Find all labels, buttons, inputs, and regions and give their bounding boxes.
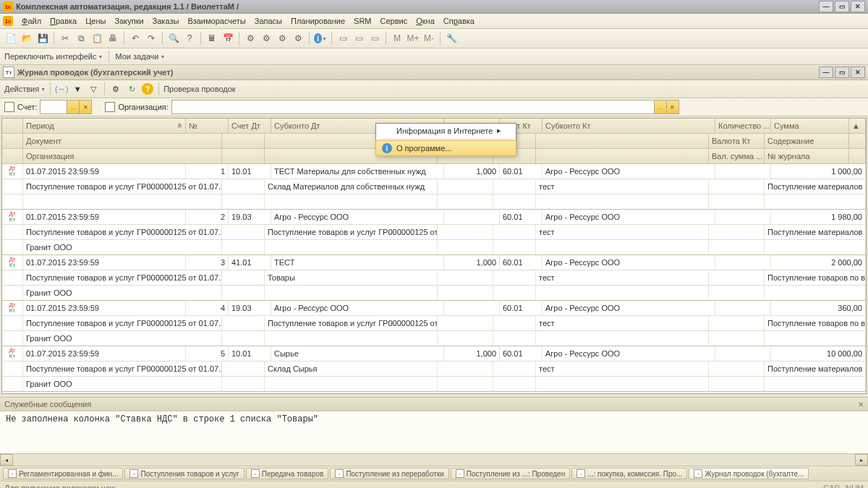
table-row[interactable]: Поступление товаров и услуг ГР000000125 … bbox=[2, 361, 866, 377]
save-icon[interactable]: 💾 bbox=[36, 32, 49, 45]
m-icon[interactable]: M bbox=[391, 32, 404, 45]
col-scroll[interactable]: ▲ bbox=[849, 119, 866, 133]
popup-internet-info[interactable]: Информация в Интернете▸ bbox=[376, 124, 516, 137]
table-row[interactable]: Гранит ООО bbox=[2, 286, 866, 301]
tool-icon[interactable]: ⚙ bbox=[292, 32, 305, 45]
table-row[interactable]: Гранит ООО bbox=[2, 240, 866, 255]
table-row[interactable]: ДтКт 01.07.2015 23:59:59 3 41.01 ТЕСТ 1,… bbox=[2, 255, 866, 270]
tool-icon[interactable]: ⚙ bbox=[276, 32, 289, 45]
service-messages-close[interactable]: ✕ bbox=[858, 401, 864, 408]
close-button[interactable]: ✕ bbox=[851, 1, 865, 12]
calendar-icon[interactable]: 📅 bbox=[221, 32, 234, 45]
window-tab[interactable]: ▫Передача товаров bbox=[246, 468, 329, 479]
m-plus-icon[interactable]: M+ bbox=[407, 32, 420, 45]
col-org[interactable]: Организация bbox=[23, 149, 222, 163]
org-checkbox[interactable] bbox=[105, 102, 115, 112]
doc-restore-button[interactable]: ▭ bbox=[835, 67, 849, 78]
col-dt[interactable]: Счет Дт bbox=[229, 119, 271, 133]
copy-icon[interactable]: ⧉ bbox=[75, 32, 88, 45]
menu-windows[interactable]: Окна bbox=[412, 15, 439, 27]
find-icon[interactable]: 🔍 bbox=[167, 32, 180, 45]
menu-orders[interactable]: Заказы bbox=[148, 15, 184, 27]
col-journal[interactable]: № журнала bbox=[765, 149, 849, 163]
window-tab[interactable]: ▫Регламентированная и фин... bbox=[3, 468, 123, 479]
settings-icon[interactable]: ⚙ bbox=[109, 82, 122, 95]
m-minus-icon[interactable]: M- bbox=[422, 32, 435, 45]
table-row[interactable]: ДтКт 01.07.2015 23:59:59 1 10.01 ТЕСТ Ма… bbox=[2, 164, 866, 179]
table-row[interactable]: Гранит ООО bbox=[2, 377, 866, 392]
col-qtykt[interactable]: Количество ... bbox=[715, 119, 771, 133]
window-icon[interactable]: ▭ bbox=[368, 32, 381, 45]
col-doc[interactable]: Документ bbox=[23, 134, 222, 148]
window-icon[interactable]: ▭ bbox=[336, 32, 349, 45]
grid-body[interactable]: ДтКт 01.07.2015 23:59:59 1 10.01 ТЕСТ Ма… bbox=[2, 164, 866, 394]
col-marker[interactable] bbox=[2, 119, 23, 133]
menu-prices[interactable]: Цены bbox=[81, 15, 110, 27]
table-row[interactable]: ДтКт 01.07.2015 23:59:59 4 19.03 Агро - … bbox=[2, 301, 866, 316]
scroll-right-button[interactable]: ▸ bbox=[855, 454, 868, 466]
menu-planning[interactable]: Планирование bbox=[286, 15, 349, 27]
col-num[interactable]: № bbox=[186, 119, 229, 133]
col-valsum[interactable]: Вал. сумма ... bbox=[709, 149, 765, 163]
window-tab[interactable]: ▫Поступление из переработки bbox=[330, 468, 448, 479]
scroll-left-button[interactable]: ◂ bbox=[0, 454, 13, 466]
minimize-button[interactable]: — bbox=[819, 1, 833, 12]
menu-srm[interactable]: SRM bbox=[349, 15, 375, 27]
account-combo[interactable]: …✕ bbox=[40, 100, 92, 114]
col-subkt[interactable]: Субконто Кт bbox=[542, 119, 715, 133]
window-tab[interactable]: ▫Журнал проводок (бухгалте... bbox=[689, 468, 809, 479]
nav-icon[interactable]: (↔) bbox=[55, 82, 68, 95]
tool-icon[interactable]: ⚙ bbox=[244, 32, 257, 45]
menu-purchases[interactable]: Закупки bbox=[110, 15, 148, 27]
info-dropdown-icon[interactable]: i▼ bbox=[314, 32, 327, 45]
paste-icon[interactable]: 📋 bbox=[90, 32, 103, 45]
menu-file[interactable]: Файл bbox=[17, 15, 46, 27]
menu-settlements[interactable]: Взаиморасчеты bbox=[183, 15, 250, 27]
check-entries-button[interactable]: Проверка проводок bbox=[163, 85, 235, 93]
filter-off-icon[interactable]: ▽ bbox=[87, 82, 100, 95]
window-tab[interactable]: ▫Поступления товаров и услуг bbox=[124, 468, 244, 479]
switch-interface-button[interactable]: Переключить интерфейс▼ bbox=[4, 52, 103, 61]
table-row[interactable]: ДтКт 01.07.2015 23:59:59 5 10.01 Сырье 1… bbox=[2, 346, 866, 361]
new-icon[interactable]: 📄 bbox=[4, 32, 17, 45]
menu-help[interactable]: Справка bbox=[439, 15, 479, 27]
undo-icon[interactable]: ↶ bbox=[129, 32, 142, 45]
col-valkt[interactable]: Валюта Кт bbox=[709, 134, 765, 148]
horizontal-scrollbar[interactable]: ◂ ▸ bbox=[0, 453, 868, 466]
menu-edit[interactable]: Правка bbox=[46, 15, 81, 27]
doc-minimize-button[interactable]: — bbox=[819, 67, 833, 78]
popup-about[interactable]: iО программе... bbox=[375, 140, 516, 156]
cut-icon[interactable]: ✂ bbox=[59, 32, 72, 45]
table-row[interactable]: Поступление товаров и услуг ГР000000125 … bbox=[2, 179, 866, 194]
redo-icon[interactable]: ↷ bbox=[145, 32, 158, 45]
filter-icon[interactable]: ▼ bbox=[71, 82, 84, 95]
account-checkbox[interactable] bbox=[4, 102, 14, 112]
tool-icon[interactable]: ⚙ bbox=[260, 32, 273, 45]
col-sum[interactable]: Сумма bbox=[771, 119, 849, 133]
actions-button[interactable]: Действия▼ bbox=[4, 85, 46, 93]
help-icon[interactable]: ? bbox=[141, 82, 154, 95]
help-icon[interactable]: ? bbox=[183, 32, 196, 45]
table-row[interactable]: ДтКт 01.07.2015 23:59:59 2 19.03 Агро - … bbox=[2, 210, 866, 225]
table-row[interactable]: Поступление товаров и услуг ГР000000125 … bbox=[2, 316, 866, 331]
refresh-icon[interactable]: ↻ bbox=[125, 82, 138, 95]
table-row[interactable]: Поступление товаров и услуг ГР000000125 … bbox=[2, 270, 866, 286]
table-row[interactable]: Поступление товаров и услуг ГР000000125 … bbox=[2, 225, 866, 240]
col-content[interactable]: Содержание bbox=[765, 134, 849, 148]
org-combo[interactable]: …✕ bbox=[171, 100, 679, 114]
open-icon[interactable]: 📂 bbox=[20, 32, 33, 45]
window-tab[interactable]: ▫Поступление из ...: Проведен bbox=[451, 468, 570, 479]
window-icon[interactable]: ▭ bbox=[352, 32, 365, 45]
doc-close-button[interactable]: ✕ bbox=[851, 67, 865, 78]
table-row[interactable]: Гранит ООО bbox=[2, 331, 866, 346]
menu-service[interactable]: Сервис bbox=[376, 15, 412, 27]
col-period[interactable]: Период≜ bbox=[23, 119, 186, 133]
window-tab[interactable]: ▫...: покупка, комиссия. Про... bbox=[571, 468, 687, 479]
table-row[interactable] bbox=[2, 194, 866, 210]
tool-icon[interactable]: 🔧 bbox=[445, 32, 458, 45]
calc-icon[interactable]: 🖩 bbox=[205, 32, 218, 45]
menu-stock[interactable]: Запасы bbox=[250, 15, 286, 27]
restore-button[interactable]: ▭ bbox=[835, 1, 849, 12]
print-icon[interactable]: 🖶 bbox=[106, 32, 119, 45]
my-tasks-button[interactable]: Мои задачи▼ bbox=[115, 52, 165, 61]
